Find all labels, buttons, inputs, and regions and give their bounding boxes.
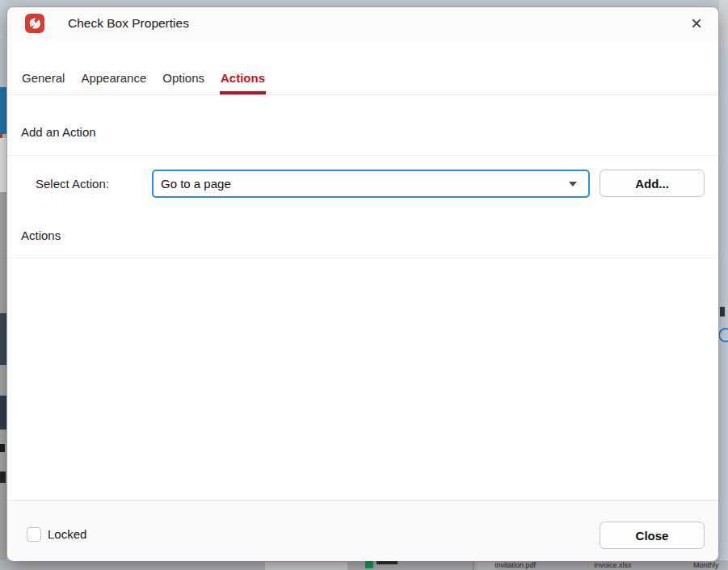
background-bottom-box: [265, 562, 347, 570]
add-button[interactable]: Add...: [600, 170, 705, 197]
excel-file-icon: [365, 561, 373, 568]
app-logo-icon: [25, 14, 44, 33]
background-bottom-divider: [473, 560, 473, 570]
background-left-dark-block: [0, 313, 6, 365]
close-icon[interactable]: ×: [684, 11, 709, 36]
locked-label: Locked: [48, 527, 86, 542]
select-action-label: Select Action:: [36, 177, 109, 191]
background-file-label: Invitation.pdf: [494, 561, 536, 569]
tab-appearance[interactable]: Appearance: [80, 71, 147, 94]
actions-heading: Actions: [21, 228, 61, 242]
background-left-dark-block: [0, 396, 6, 430]
close-button[interactable]: Close: [600, 522, 705, 549]
background-bottom-text-fragment: [377, 561, 398, 564]
tab-options[interactable]: Options: [162, 71, 205, 94]
background-left-strip: [0, 0, 6, 87]
background-bottom-box: [477, 562, 496, 569]
checkbox-properties-dialog: Check Box Properties × General Appearanc…: [6, 6, 719, 560]
select-action-value: Go to a page: [161, 177, 569, 191]
background-left-blue-block: [0, 87, 6, 134]
background-file-label: Invoice.xlsx: [594, 561, 632, 569]
background-left-glyph: [0, 472, 6, 483]
background-file-label: Monthly: [693, 561, 719, 569]
background-right-circle-glyph: [718, 328, 728, 342]
background-left-glyph: [0, 444, 5, 452]
background-left-gray-block: [0, 192, 6, 570]
tab-general[interactable]: General: [21, 71, 65, 94]
chevron-down-icon: [569, 182, 577, 187]
actions-list-empty-area: [7, 258, 718, 500]
dialog-title: Check Box Properties: [68, 16, 189, 31]
locked-checkbox[interactable]: [27, 527, 41, 542]
background-left-light-block: [0, 138, 6, 192]
tab-bar: General Appearance Options Actions: [7, 40, 718, 95]
section-divider: [7, 155, 718, 156]
select-action-dropdown[interactable]: Go to a page: [152, 170, 590, 198]
background-right-strip: [719, 0, 728, 48]
dialog-titlebar: Check Box Properties ×: [7, 7, 718, 40]
tab-actions[interactable]: Actions: [220, 71, 266, 94]
background-right-glyph: [720, 307, 725, 316]
add-an-action-heading: Add an Action: [21, 125, 96, 139]
